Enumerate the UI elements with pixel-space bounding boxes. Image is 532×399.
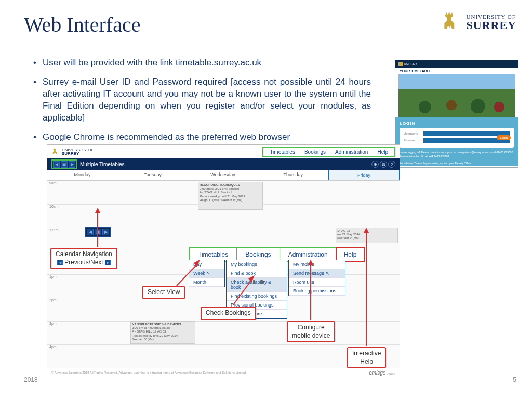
dropdown-item[interactable]: Week ↖ [189, 269, 224, 278]
event-title: RECORDING TECHNIQUES [200, 183, 240, 187]
day-headers: Monday Tuesday Wednesday Thursday Friday [47, 170, 400, 181]
event-friday[interactable]: 14 AC 03 ms 23 May 2014 Seenath V (Ms) [336, 228, 398, 243]
bullet-item: Surrey e-mail User ID and Password requi… [33, 76, 371, 124]
menu-timetables[interactable]: Timetables [190, 248, 237, 261]
next-icon: ▶ [105, 260, 111, 265]
callout-check-bookings: Check Bookings [201, 307, 256, 320]
dropdown-item[interactable]: Month [189, 278, 224, 287]
calendar-nav-callout-target: ◀ ▣ ▶ [85, 227, 111, 237]
next-button[interactable]: ▶ [102, 229, 109, 235]
login-help-text-2: For all other Timetabling enquiries, con… [400, 162, 514, 166]
menu-bookings[interactable]: Bookings [237, 248, 280, 261]
app-logo: UNIVERSITY OFSURREY [51, 148, 94, 156]
nav-administration[interactable]: Administration [335, 149, 368, 155]
prev-button[interactable]: ◀ [87, 229, 94, 235]
dropdown-item[interactable]: Check availability & book [227, 278, 287, 292]
dropdown-item[interactable]: Find & book [227, 269, 287, 278]
print-icon[interactable]: ⊕ [371, 161, 379, 168]
username-label: Username [404, 132, 420, 135]
login-screenshot: SURREY YOUR TIMETABLE LOGIN Username Pas… [395, 60, 518, 168]
event-nano[interactable]: NANOELECTRONICS & DEVICES 3:00 pm to 4:0… [130, 321, 195, 344]
day-tuesday[interactable]: Tuesday [117, 170, 188, 180]
mini-logo-text: SURREY [404, 62, 417, 65]
day-monday[interactable]: Monday [47, 170, 117, 180]
bullet-item: User will be provided with the link time… [33, 57, 371, 69]
callout-interactive-help: InteractiveHelp [347, 347, 386, 368]
stag-icon [441, 11, 462, 33]
event-details: 3:00 pm to 4:00 pm Lecture A - STAG HILL… [132, 326, 178, 341]
app-footer: © Advanced Learning 2013 All Rights Rese… [47, 368, 400, 377]
nav-timetables[interactable]: Timetables [270, 149, 295, 155]
username-input[interactable] [423, 131, 510, 136]
top-nav-highlight: Timetables Bookings Administration Help [262, 147, 395, 157]
app-logo-l2: SURREY [62, 151, 79, 156]
event-title: NANOELECTRONICS & DEVICES [132, 323, 181, 326]
dropdown-item[interactable]: Day [189, 260, 224, 269]
dropdown-item[interactable]: Find existing bookings [227, 292, 287, 301]
dropdown-item[interactable]: Send message ↖ [289, 269, 345, 278]
help-icon[interactable]: ? [388, 161, 395, 168]
footer-year: 2018 [24, 376, 38, 383]
password-label: Password [404, 139, 420, 142]
next-button[interactable]: ▶ [69, 161, 75, 168]
calendar-nav-buttons: ◀ ▣ ▶ [51, 159, 77, 169]
calendar-grid: 9am 10am 11am 12pm 1pm 2pm 3pm 4pm RECOR… [47, 181, 400, 368]
event-details: 9:00 am to 2:01 pm Practical A - STAG HI… [200, 187, 245, 202]
day-thursday[interactable]: Thursday [258, 170, 328, 180]
cursor-icon: ↖ [326, 271, 330, 276]
toolbar-title: Multiple Timetables [80, 162, 125, 167]
nav-help[interactable]: Help [377, 149, 388, 155]
prev-icon: ◀ [57, 260, 63, 265]
hour-label: 3pm [47, 321, 400, 325]
stag-icon [51, 148, 60, 156]
event-recording[interactable]: RECORDING TECHNIQUES 9:00 am to 2:01 pm … [198, 182, 263, 210]
dropdown-item[interactable]: Room use [289, 278, 345, 287]
prev-button[interactable]: ◀ [53, 161, 60, 168]
event-details: 14 AC 03 ms 23 May 2014 Seenath V (Ms) [337, 229, 360, 240]
university-logo: UNIVERSITY OF SURREY [441, 11, 516, 33]
campus-image [398, 74, 515, 117]
dropdown-item[interactable]: Booking permissions [289, 287, 345, 296]
login-label: LOGIN [400, 121, 514, 126]
login-button[interactable]: Login [497, 135, 511, 140]
slide-title: Web Interface [24, 12, 140, 37]
settings-icon[interactable]: ◍ [380, 161, 387, 168]
day-wednesday[interactable]: Wednesday [188, 170, 258, 180]
login-header: YOUR TIMETABLE [395, 68, 518, 74]
brand: cmisgo [369, 370, 386, 376]
menu-administration[interactable]: Administration [280, 248, 337, 261]
divider [0, 48, 532, 48]
login-help-text: Issues logging in? Please contact user s… [400, 151, 514, 158]
toolbar: ◀ ▣ ▶ Multiple Timetables ⊕ ◍ ? [47, 158, 400, 170]
bullet-item: Google Chrome is recommended as the pref… [33, 131, 371, 143]
hour-label: 2pm [47, 298, 400, 302]
today-button[interactable]: ▣ [95, 229, 101, 235]
about-link[interactable]: About [387, 372, 395, 375]
cursor-icon: ↖ [206, 271, 210, 276]
dropdown-item[interactable]: My bookings [227, 260, 287, 269]
copyright: © Advanced Learning 2013 All Rights Rese… [51, 371, 247, 374]
bullet-list: User will be provided with the link time… [33, 57, 371, 151]
footer-page: 5 [513, 376, 516, 383]
callout-configure-mobile: Configuremobile device [287, 321, 335, 342]
today-button[interactable]: ▣ [61, 161, 68, 168]
callout-calendar-nav: Calendar Navigation ◀ Previous/Next ▶ [50, 248, 117, 269]
logo-line2: SURREY [467, 20, 516, 31]
dropdown-item[interactable]: My mobile [289, 260, 345, 269]
nav-bookings[interactable]: Bookings [304, 149, 326, 155]
dropdown-admin: My mobile Send message ↖ Room use Bookin… [288, 260, 345, 296]
dropdown-timetables: Day Week ↖ Month [189, 260, 225, 287]
day-friday[interactable]: Friday [328, 170, 400, 180]
callout-select-view: Select View [142, 286, 185, 299]
